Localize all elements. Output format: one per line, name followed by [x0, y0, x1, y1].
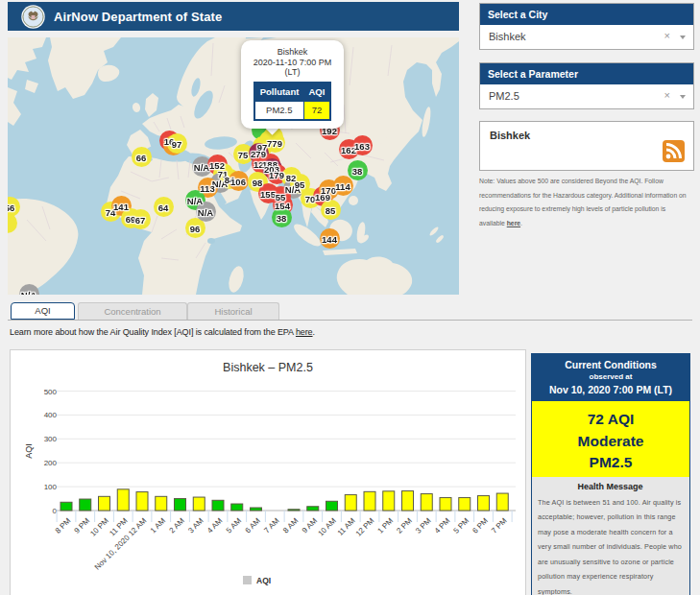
y-tick-label: 400: [44, 411, 58, 419]
tab-concentration[interactable]: Concentration: [78, 302, 187, 320]
chart-bar: [99, 496, 110, 511]
parameter-select[interactable]: PM2.5 ×: [480, 84, 693, 108]
chart-bar: [231, 504, 243, 511]
health-message-section: Health Message The AQI is between 51 and…: [532, 477, 689, 595]
aqi-summary-box: 72 AQI Moderate PM2.5: [532, 401, 689, 477]
chart-bar: [288, 510, 300, 511]
aqi-marker-label: 95: [295, 178, 305, 189]
aqi-marker-label: 75: [238, 149, 249, 159]
chart-bar: [421, 494, 432, 511]
y-tick-label: 100: [44, 483, 58, 491]
chart-bar: [193, 497, 205, 511]
aqi-marker-label: 97: [172, 138, 182, 149]
popup-aqi-table: Pollutant AQI PM2.5 72: [253, 82, 332, 121]
chart-bar: [80, 499, 91, 511]
aqi-marker-label: N/A: [194, 161, 209, 172]
chart-bar: [478, 496, 490, 511]
chart-bar: [117, 489, 129, 511]
aqi-marker-label: 170: [321, 184, 336, 195]
aqi-marker-label: 155: [260, 188, 276, 199]
page-title: AirNow Department of State: [54, 10, 222, 24]
aqi-marker-label: 56: [8, 202, 14, 212]
aqi-value: 72 AQI: [532, 409, 689, 431]
aqi-marker-label: 67: [135, 214, 146, 225]
current-conditions-header: Current Conditions observed at Nov 10, 2…: [532, 354, 689, 401]
y-axis-title: AQI: [24, 443, 34, 459]
city-select-box: Select a City Bishkek ×: [479, 3, 694, 50]
chart-bar: [175, 499, 186, 511]
y-tick-label: 500: [44, 388, 58, 396]
chart-bar: [496, 493, 508, 511]
health-message-text: The AQI is between 51 and 100. Air quali…: [538, 495, 683, 595]
observed-at-label: observed at: [534, 372, 688, 381]
rss-icon[interactable]: [663, 140, 685, 162]
y-tick-label: 200: [44, 459, 58, 467]
chart-bar: [383, 491, 395, 511]
aqi-parameter: PM2.5: [532, 452, 689, 474]
parameter-select-value: PM2.5: [489, 90, 519, 102]
city-clear-icon[interactable]: ×: [664, 30, 670, 41]
feed-city-label: Bishkek: [490, 130, 530, 141]
popup-col-pollutant: Pollutant: [254, 83, 304, 102]
aqi-marker-label: 154: [275, 200, 290, 210]
aqi-marker-label: 38: [277, 212, 287, 223]
chart-bar: [459, 498, 471, 511]
note-text: Note: Values above 500 are considered Be…: [479, 175, 688, 230]
x-axis-label: 12 PM: [354, 516, 376, 538]
legend-label: AQI: [256, 576, 271, 585]
note-here-link[interactable]: here: [507, 220, 520, 226]
x-axis-label: 10 PM: [88, 516, 110, 538]
tab-aqi[interactable]: AQI: [11, 302, 75, 320]
aqi-marker-label: 66: [136, 152, 147, 162]
x-axis-label: 10 AM: [317, 516, 339, 538]
aqi-marker-label: 279: [251, 148, 266, 158]
tab-historical[interactable]: Historical: [187, 302, 279, 320]
basemap: [8, 37, 459, 295]
aqi-marker-label: N/A: [187, 195, 203, 205]
aqi-marker-label: 85: [326, 204, 336, 215]
department-of-state-seal-icon: [21, 5, 45, 29]
city-caret-icon[interactable]: [680, 36, 686, 39]
chart-title: Bishkek – PM2.5: [223, 361, 313, 374]
city-select[interactable]: Bishkek ×: [480, 25, 693, 49]
aqi-marker-label: 98: [253, 177, 263, 187]
legend-swatch: [243, 576, 252, 584]
parameter-clear-icon[interactable]: ×: [664, 89, 670, 101]
aqi-marker-label: 179: [269, 169, 284, 179]
popup-aqi-value: 72: [303, 101, 330, 120]
popup-col-aqi: AQI: [303, 83, 330, 102]
health-message-title: Health Message: [538, 482, 683, 491]
chart-bar: [440, 498, 451, 511]
aqi-bar-chart: Bishkek – PM2.50100200300400500AQI8 PM9 …: [11, 350, 525, 594]
parameter-caret-icon[interactable]: [680, 95, 686, 99]
parameter-select-box: Select a Parameter PM2.5 ×: [479, 62, 694, 109]
aqi-marker-label: 113: [200, 182, 214, 193]
aqi-marker-label: 96: [190, 223, 201, 233]
aqi-marker-label: 69: [126, 213, 136, 224]
world-aqi-map[interactable]: 56N/A6616977414169676496N/A15271N/A84106…: [8, 37, 459, 295]
current-conditions-title: Current Conditions: [534, 359, 688, 370]
observation-datetime: Nov 10, 2020 7:00 PM (LT): [534, 384, 688, 395]
aqi-marker-label: 163: [354, 140, 370, 151]
learn-more-text: Learn more about how the Air Quality Ind…: [10, 327, 315, 337]
chart-bar: [345, 495, 356, 511]
aqi-marker-label: 70: [305, 193, 316, 203]
aqi-marker-label: 106: [230, 176, 246, 186]
parameter-select-label: Select a Parameter: [480, 63, 693, 84]
chart-bar: [212, 500, 224, 511]
y-tick-label: 300: [44, 435, 58, 443]
aqi-chart-panel: Bishkek – PM2.50100200300400500AQI8 PM9 …: [10, 349, 526, 595]
aqi-marker-label: 779: [267, 137, 282, 148]
map-popup: Bishkek 2020-11-10 7:00 PM (LT) Pollutan…: [241, 40, 344, 129]
chart-bar: [251, 508, 262, 511]
city-select-value: Bishkek: [489, 31, 526, 42]
popup-datetime: 2020-11-10 7:00 PM: [241, 58, 344, 68]
aqi-marker-label: 141: [113, 201, 129, 211]
popup-timezone: (LT): [241, 67, 344, 78]
app-header: AirNow Department of State: [8, 2, 459, 31]
chart-bar: [136, 492, 148, 511]
aqi-marker-label: 114: [335, 180, 350, 191]
chart-bar: [60, 502, 72, 511]
learn-more-here-link[interactable]: here: [296, 327, 313, 337]
current-conditions-panel: Current Conditions observed at Nov 10, 2…: [531, 353, 690, 595]
